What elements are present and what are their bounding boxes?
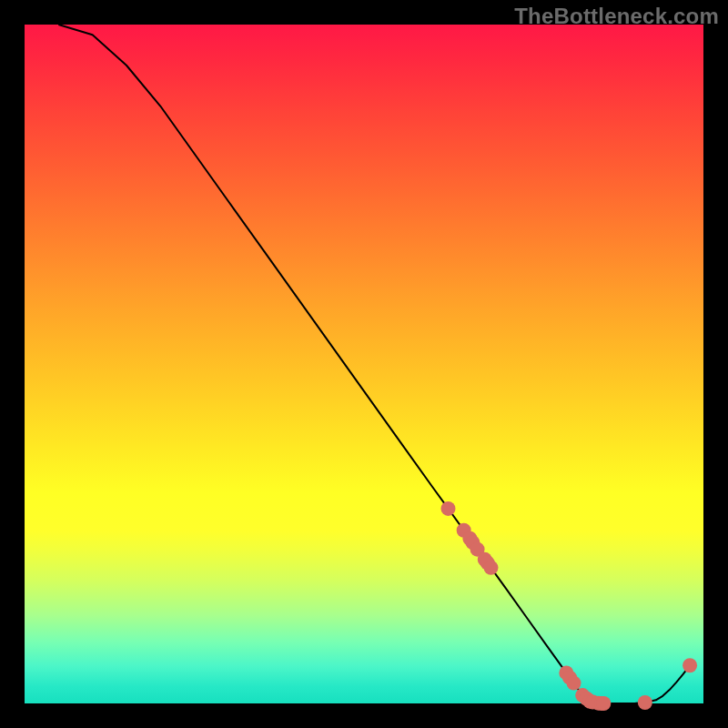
data-point bbox=[638, 695, 652, 710]
data-markers bbox=[441, 501, 698, 711]
data-point bbox=[441, 501, 456, 516]
chart-frame: TheBottleneck.com bbox=[0, 0, 728, 728]
watermark-text: TheBottleneck.com bbox=[514, 4, 719, 29]
data-point bbox=[596, 696, 611, 711]
chart-overlay bbox=[25, 25, 703, 703]
data-point bbox=[682, 658, 697, 672]
data-line bbox=[58, 25, 690, 703]
data-point bbox=[484, 561, 499, 575]
data-point bbox=[567, 676, 581, 691]
curve-path bbox=[58, 25, 690, 703]
